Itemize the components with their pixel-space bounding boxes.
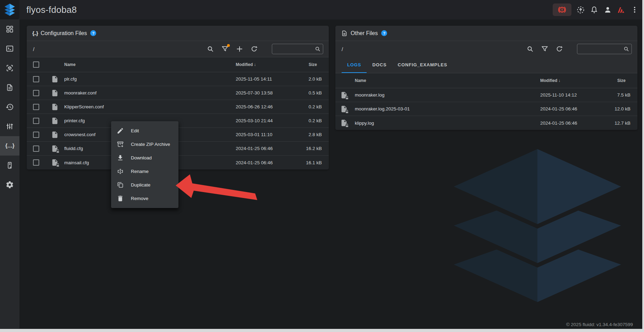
table-row[interactable]: moonraker.log 2025-11-10 14:12 7.5 kB [335,88,637,102]
refresh-icon[interactable] [250,45,258,53]
add-file-icon[interactable] [236,45,243,53]
overflow-menu-icon[interactable] [630,5,639,14]
menu-item-rename[interactable]: Rename [111,165,178,178]
emergency-stop-button[interactable] [553,3,571,16]
pencil-icon [117,127,124,134]
menu-item-edit[interactable]: Edit [111,124,178,138]
refresh-icon[interactable] [555,45,563,53]
braces-icon: {..} [32,30,38,36]
config-search-input[interactable] [275,47,315,52]
file-size: 12.0 kB [601,106,637,111]
sidebar-item-jobs[interactable] [0,78,19,97]
nav-rail: {…} [0,19,19,329]
search-icon[interactable] [207,45,214,53]
file-modified: 2025-03-10 21:44 [236,118,294,123]
gcode-preview-icon [6,64,14,72]
file-modified: 2024-01-25 06:46 [540,121,601,126]
column-name[interactable]: Name [355,78,540,83]
table-row[interactable]: KlipperScreen.conf 2025-06-26 12:46 0.2 … [27,100,329,114]
emergency-stop-icon [558,5,567,14]
sidebar-item-system[interactable] [0,156,19,175]
other-search-box [577,44,632,54]
row-checkbox[interactable] [33,76,39,82]
file-context-menu: Edit Create ZIP Archive Download [111,121,178,208]
menu-item-label: Create ZIP Archive [131,142,170,147]
row-checkbox[interactable] [33,104,39,110]
table-row[interactable]: moonraker.log.2025-03-01 2024-01-25 06:4… [335,102,637,116]
menu-item-label: Rename [131,169,149,174]
window-edge-bottom [0,329,644,332]
lock-icon [56,163,60,167]
breadcrumb[interactable]: / [32,46,34,52]
column-size[interactable]: Size [601,78,637,83]
column-modified[interactable]: Modified↓ [540,78,601,83]
column-name[interactable]: Name [64,62,236,67]
config-panel-header: {..} Configuration Files ? [27,26,329,41]
search-icon [623,46,629,52]
column-size[interactable]: Size [294,62,329,67]
sidebar-item-history[interactable] [0,97,19,117]
fluidd-watermark-logo [440,143,635,308]
table-header: Name Modified↓ Size [335,73,637,88]
file-name: KlipperScreen.conf [64,104,236,109]
tab-config-examples[interactable]: CONFIG_EXAMPLES [392,57,453,73]
file-name: plr.cfg [64,76,236,82]
menu-item-remove[interactable]: Remove [111,192,178,205]
menu-item-duplicate[interactable]: Duplicate [111,178,178,192]
sidebar-item-dashboard[interactable] [0,19,19,39]
file-size: 2.0 kB [294,76,329,82]
help-icon[interactable]: ? [90,30,96,36]
panel-title: Other Files [351,30,378,36]
tab-docs[interactable]: DOCS [367,57,392,73]
lock-icon [345,96,349,100]
row-checkbox[interactable] [33,132,39,138]
table-header: Name Modified↓ Size [27,57,329,72]
help-icon[interactable]: ? [381,30,387,36]
panel-title: Configuration Files [41,30,87,36]
table-row[interactable]: klippy.log 2024-01-25 06:46 12.7 kB [335,116,637,130]
select-all-checkbox[interactable] [33,61,39,68]
menu-item-download[interactable]: Download [111,151,178,165]
sidebar-item-configure[interactable]: {…} [0,136,19,156]
appbar-actions [553,3,639,16]
filter-icon[interactable] [221,45,229,53]
column-modified[interactable]: Modified↓ [236,62,294,67]
file-modified: 2025-11-10 14:12 [540,92,601,98]
row-checkbox[interactable] [33,159,39,166]
other-panel-header: Other Files ? [335,26,637,41]
file-modified: 2025-11-05 14:11 [236,76,294,82]
row-checkbox[interactable] [33,118,39,124]
menu-item-label: Duplicate [131,182,150,188]
row-checkbox[interactable] [33,90,39,96]
breadcrumb[interactable]: / [341,46,343,52]
sidebar-item-tune[interactable] [0,117,19,136]
document-icon [341,30,348,37]
file-size: 7.5 kB [601,92,637,98]
search-icon [315,46,321,52]
printer-brand-icon[interactable] [617,5,626,14]
row-checkbox[interactable] [33,146,39,152]
search-icon[interactable] [526,45,534,53]
file-modified: 2024-01-25 06:46 [540,106,601,111]
file-modified: 2024-01-25 06:46 [236,146,294,151]
menu-item-create-zip-archive[interactable]: Create ZIP Archive [111,138,178,151]
rename-icon [117,168,124,175]
sidebar-item-settings[interactable] [0,175,19,194]
sidebar-item-gcode-preview[interactable] [0,58,19,78]
fluidd-logo[interactable] [0,0,19,19]
jobs-file-icon [6,83,14,92]
system-host-icon [6,161,14,169]
file-size: 0.2 kB [294,118,329,123]
table-row[interactable]: plr.cfg 2025-11-05 14:11 2.0 kB [27,72,329,86]
table-row[interactable]: moonraker.conf 2025-07-30 13:58 0.5 kB [27,86,329,100]
other-search-input[interactable] [580,47,623,52]
file-icon [51,103,59,111]
sidebar-item-console[interactable] [0,39,19,58]
file-icon [51,75,59,83]
filter-icon[interactable] [541,45,549,53]
notifications-bell-icon[interactable] [589,5,599,14]
account-icon[interactable] [603,5,612,14]
file-icon [51,89,59,97]
tab-logs[interactable]: LOGS [342,57,367,73]
update-status-icon[interactable] [576,5,585,14]
